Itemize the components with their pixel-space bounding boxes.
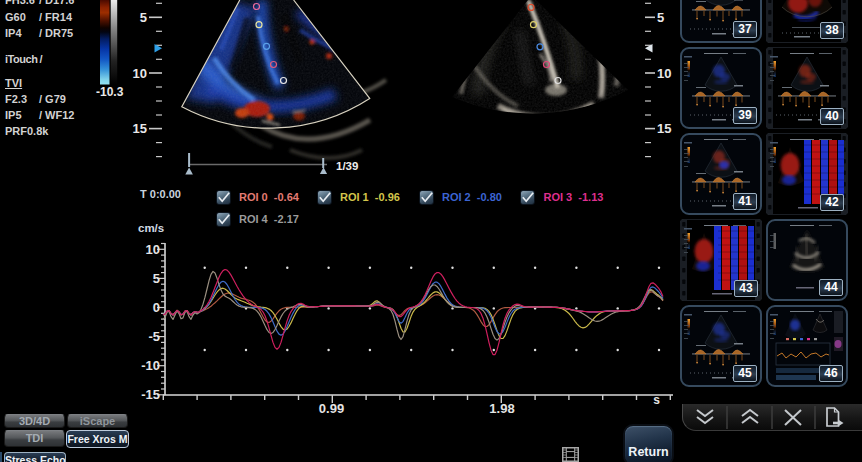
svg-text:5: 5 bbox=[140, 10, 147, 25]
svg-text:-5: -5 bbox=[148, 329, 160, 344]
svg-text:cm/s: cm/s bbox=[138, 222, 164, 234]
svg-text:15: 15 bbox=[133, 121, 147, 136]
svg-text:5: 5 bbox=[153, 271, 160, 286]
svg-text:0: 0 bbox=[153, 300, 160, 315]
svg-text:10: 10 bbox=[146, 242, 160, 257]
svg-text:5: 5 bbox=[657, 10, 664, 25]
svg-text:-15: -15 bbox=[141, 387, 160, 402]
svg-text:-10: -10 bbox=[141, 358, 160, 373]
svg-text:10: 10 bbox=[133, 66, 147, 81]
svg-text:1.98: 1.98 bbox=[489, 401, 514, 416]
svg-text:1/39: 1/39 bbox=[336, 160, 358, 172]
svg-text:15: 15 bbox=[657, 121, 671, 136]
svg-text:s: s bbox=[653, 393, 660, 407]
svg-text:0.99: 0.99 bbox=[319, 401, 344, 416]
svg-text:10: 10 bbox=[657, 66, 671, 81]
